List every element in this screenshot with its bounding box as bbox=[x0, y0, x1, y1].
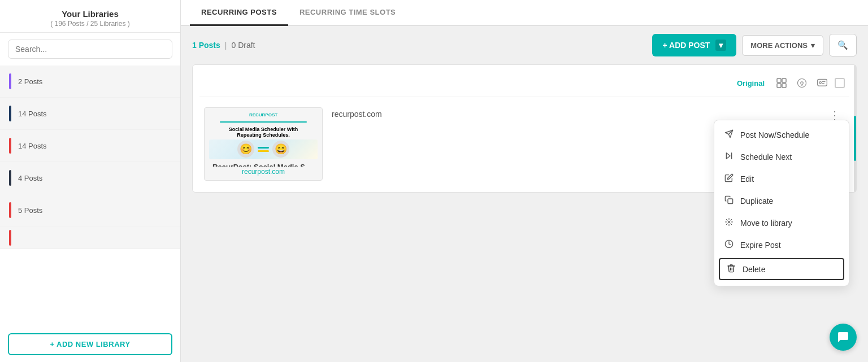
chat-bubble-button[interactable] bbox=[830, 324, 857, 351]
add-new-library-button[interactable]: + ADD NEW LIBRARY bbox=[8, 333, 172, 355]
pinterest-view-icon[interactable] bbox=[794, 75, 810, 91]
trash-icon bbox=[726, 264, 737, 274]
view-toggle-label: Original bbox=[737, 79, 765, 88]
edit-icon bbox=[723, 173, 735, 184]
sidebar-header: Your Libraries ( 196 Posts / 25 Librarie… bbox=[0, 0, 180, 33]
library-item[interactable]: 14 Posts bbox=[0, 98, 180, 130]
library-color-bar bbox=[9, 138, 11, 154]
post-dropdown-menu: Post Now/Schedule Schedule Next Edit bbox=[714, 120, 849, 286]
menu-label-post-now: Post Now/Schedule bbox=[740, 130, 809, 139]
svg-rect-3 bbox=[782, 84, 786, 88]
face-1: 😊 bbox=[237, 141, 254, 158]
grid-view-icon[interactable] bbox=[774, 75, 789, 91]
library-color-bar bbox=[9, 106, 11, 121]
menu-label-duplicate: Duplicate bbox=[740, 197, 773, 206]
skip-icon bbox=[723, 151, 735, 162]
scroll-indicator bbox=[854, 65, 856, 192]
add-post-button[interactable]: + ADD POST ▾ bbox=[652, 34, 736, 56]
send-icon bbox=[723, 129, 735, 140]
menu-label-edit: Edit bbox=[740, 175, 754, 184]
library-item[interactable]: 2 Posts bbox=[0, 66, 180, 98]
face-2: 😄 bbox=[272, 141, 289, 158]
menu-label-move-to-library: Move to library bbox=[740, 219, 792, 228]
library-item-label: 2 Posts bbox=[18, 77, 42, 86]
tabs-bar: RECURRING POSTS RECURRING TIME SLOTS bbox=[181, 0, 868, 26]
svg-rect-0 bbox=[777, 78, 781, 82]
search-button[interactable]: 🔍 bbox=[829, 34, 857, 56]
search-icon: 🔍 bbox=[837, 40, 848, 50]
more-actions-label: MORE ACTIONS bbox=[750, 41, 808, 50]
menu-label-schedule-next: Schedule Next bbox=[740, 152, 792, 162]
svg-rect-2 bbox=[777, 84, 781, 88]
svg-rect-1 bbox=[782, 78, 786, 82]
posts-divider: | bbox=[225, 41, 227, 50]
scroll-thumb bbox=[854, 116, 856, 161]
toolbar-actions: + ADD POST ▾ MORE ACTIONS ▾ 🔍 bbox=[652, 34, 857, 56]
svg-point-9 bbox=[728, 221, 730, 223]
thumb-faces: 😊 😄 bbox=[237, 141, 289, 158]
toolbar: 1 Posts | 0 Draft + ADD POST ▾ MORE ACTI… bbox=[181, 26, 868, 64]
tab-recurring-time-slots[interactable]: RECURRING TIME SLOTS bbox=[288, 0, 407, 26]
library-color-bar bbox=[9, 170, 11, 186]
library-item[interactable]: 5 Posts bbox=[0, 194, 180, 226]
library-list: 2 Posts 14 Posts 14 Posts 4 Posts 5 Post… bbox=[0, 66, 180, 326]
posts-count-area: 1 Posts | 0 Draft bbox=[192, 41, 652, 50]
move-icon bbox=[723, 217, 735, 228]
social-view-icon[interactable] bbox=[814, 75, 830, 91]
main-content: RECURRING POSTS RECURRING TIME SLOTS 1 P… bbox=[181, 0, 868, 362]
sidebar: Your Libraries ( 196 Posts / 25 Librarie… bbox=[0, 0, 181, 362]
library-item[interactable]: 4 Posts bbox=[0, 162, 180, 194]
menu-label-delete: Delete bbox=[743, 265, 765, 274]
menu-item-expire-post[interactable]: Expire Post bbox=[714, 234, 849, 256]
post-link: recurpost.com bbox=[242, 168, 285, 176]
menu-item-edit[interactable]: Edit bbox=[714, 168, 849, 190]
menu-item-delete[interactable]: Delete bbox=[719, 258, 844, 280]
post-url: recurpost.com bbox=[332, 110, 845, 119]
library-color-bar bbox=[9, 230, 11, 246]
more-actions-button[interactable]: MORE ACTIONS ▾ bbox=[742, 35, 823, 56]
search-input[interactable] bbox=[8, 40, 172, 59]
draft-count-label: 0 Draft bbox=[231, 41, 255, 50]
thumb-brand: RECURPOST bbox=[249, 112, 277, 117]
select-all-checkbox[interactable] bbox=[835, 78, 845, 88]
copy-icon bbox=[723, 195, 735, 206]
thumb-tagline: Social Media Scheduler WithRepeating Sch… bbox=[229, 127, 298, 138]
view-toggle-bar: Original bbox=[199, 72, 849, 97]
sidebar-title: Your Libraries bbox=[9, 9, 171, 19]
add-post-dropdown-arrow[interactable]: ▾ bbox=[715, 40, 726, 51]
more-actions-chevron-icon: ▾ bbox=[811, 41, 815, 50]
thumb-image: 😊 😄 bbox=[209, 139, 318, 159]
library-item[interactable] bbox=[0, 226, 180, 249]
svg-rect-8 bbox=[728, 199, 733, 204]
library-item-label: 4 Posts bbox=[18, 174, 42, 182]
thumb-teal-bar bbox=[220, 121, 307, 123]
post-thumbnail: RECURPOST Social Media Scheduler WithRep… bbox=[204, 107, 323, 181]
menu-item-schedule-next[interactable]: Schedule Next bbox=[714, 146, 849, 168]
menu-item-move-to-library[interactable]: Move to library bbox=[714, 212, 849, 234]
library-item[interactable]: 14 Posts bbox=[0, 130, 180, 162]
content-area: Original bbox=[181, 64, 868, 362]
menu-item-post-now[interactable]: Post Now/Schedule bbox=[714, 124, 849, 146]
tab-recurring-posts[interactable]: RECURRING POSTS bbox=[190, 0, 288, 26]
menu-label-expire-post: Expire Post bbox=[740, 241, 781, 250]
menu-item-duplicate[interactable]: Duplicate bbox=[714, 190, 849, 212]
svg-rect-5 bbox=[818, 79, 827, 86]
add-post-label: + ADD POST bbox=[662, 41, 710, 50]
library-color-bar bbox=[9, 73, 11, 89]
sidebar-subtitle: ( 196 Posts / 25 Libraries ) bbox=[9, 20, 171, 28]
post-title: RecurPost: Social Media Sche... bbox=[212, 163, 314, 167]
library-item-label: 5 Posts bbox=[18, 206, 42, 215]
sidebar-search-area bbox=[0, 33, 180, 66]
posts-container: Original bbox=[192, 64, 857, 193]
post-main-content: recurpost.com bbox=[332, 107, 845, 119]
library-item-label: 14 Posts bbox=[18, 110, 47, 118]
posts-count-label: 1 Posts bbox=[192, 41, 220, 50]
post-card: RECURPOST Social Media Scheduler WithRep… bbox=[199, 103, 849, 185]
clock-icon bbox=[723, 239, 735, 250]
library-item-label: 14 Posts bbox=[18, 142, 47, 150]
chat-icon bbox=[836, 330, 850, 344]
svg-point-6 bbox=[819, 82, 821, 84]
library-color-bar bbox=[9, 202, 11, 218]
